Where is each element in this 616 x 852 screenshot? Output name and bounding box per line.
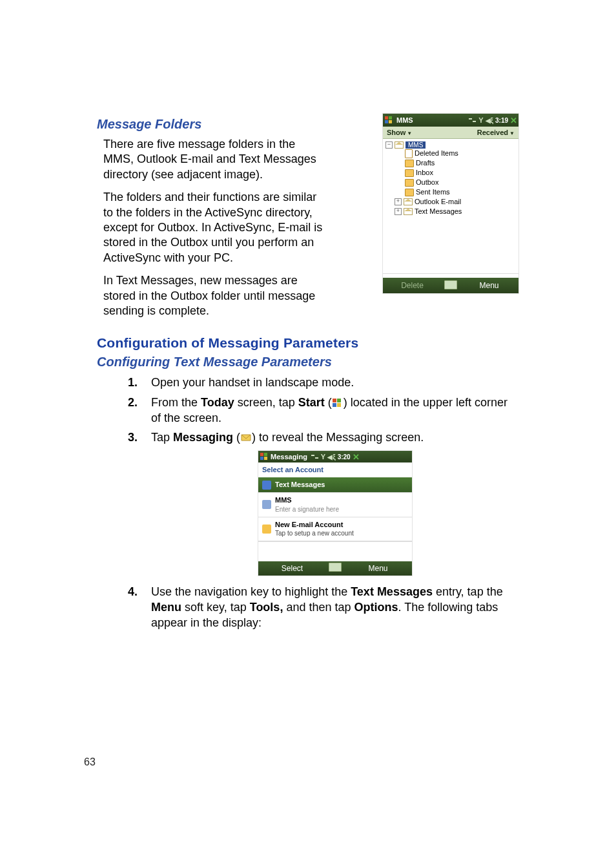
start-icon [332, 398, 344, 408]
page-number: 63 [84, 756, 96, 768]
keyboard-toggle[interactable] [442, 280, 460, 291]
expand-icon[interactable]: + [395, 208, 402, 215]
softkey-menu[interactable]: Menu [460, 281, 518, 290]
folder-sent-items[interactable]: Sent Items [405, 187, 516, 197]
keyboard-icon [329, 563, 342, 572]
step-2: From the Today screen, tap Start () loca… [97, 395, 519, 426]
volume-icon: ◀ξ [327, 453, 335, 462]
messaging-icon [240, 433, 252, 443]
text-messages-icon [262, 481, 271, 490]
tree-root-mms[interactable]: MMS [406, 141, 426, 149]
step-3: Tap Messaging () to reveal the Messaging… [97, 430, 519, 576]
folder-deleted-items[interactable]: Deleted Items [405, 149, 516, 158]
folder-subbar: Show▼ Received▼ [383, 127, 518, 139]
step-text: Open your handset in landscape mode. [151, 376, 354, 389]
window-title: Messaging [271, 452, 307, 462]
svg-rect-7 [337, 403, 341, 407]
mms-folders-screenshot: MMS Y ◀ξ 3:19 ✕ Show▼ Received▼ − MMS De… [382, 113, 519, 294]
svg-rect-3 [389, 120, 392, 123]
account-subtext: Tap to setup a new account [275, 529, 354, 538]
account-label: New E-mail Account Tap to setup a new ac… [275, 520, 354, 538]
close-icon[interactable]: ✕ [510, 116, 517, 125]
step-1: Open your handset in landscape mode. [97, 375, 519, 390]
svg-rect-11 [260, 457, 263, 460]
keyboard-icon [444, 280, 457, 289]
clock: 3:19 [495, 117, 508, 124]
received-dropdown[interactable]: Received▼ [477, 129, 515, 136]
account-text-messages[interactable]: Text Messages [258, 477, 412, 492]
softkey-delete[interactable]: Delete [383, 281, 442, 290]
svg-rect-5 [337, 399, 341, 402]
volume-icon: ◀ξ [486, 117, 493, 124]
status-bar [383, 273, 518, 278]
account-subtext: Enter a signature here [275, 505, 339, 514]
softkey-select[interactable]: Select [258, 563, 326, 574]
step-4: Use the navigation key to highlight the … [97, 584, 519, 631]
svg-rect-10 [264, 453, 267, 456]
numbered-steps: Open your handset in landscape mode. Fro… [97, 375, 519, 630]
mms-root-icon [395, 141, 404, 149]
svg-rect-6 [333, 403, 336, 407]
keyboard-toggle[interactable] [326, 563, 344, 574]
account-mms[interactable]: MMS Enter a signature here [258, 492, 412, 517]
folder-drafts[interactable]: Drafts [405, 158, 516, 168]
show-dropdown[interactable]: Show▼ [387, 129, 412, 136]
close-icon[interactable]: ✕ [353, 452, 360, 463]
soft-key-bar: Delete Menu [383, 278, 518, 293]
account-label: MMS Enter a signature here [275, 495, 339, 514]
new-account-icon [262, 525, 271, 534]
folder-outlook-email[interactable]: +Outlook E-mail [395, 197, 516, 207]
expand-icon[interactable]: + [395, 198, 402, 205]
start-flag-icon [260, 452, 269, 461]
connectivity-icon [311, 453, 319, 460]
body-paragraph: In Text Messages, new messages are store… [97, 273, 323, 318]
svg-rect-4 [333, 399, 336, 402]
wm-title-bar: MMS Y ◀ξ 3:19 ✕ [383, 114, 518, 127]
body-paragraph: The folders and their functions are simi… [97, 190, 323, 265]
heading-configuring-text: Configuring Text Message Parameters [97, 355, 519, 369]
account-label: Text Messages [275, 480, 325, 490]
signal-icon: Y [321, 452, 325, 462]
body-paragraph: There are five message folders in the MM… [97, 137, 323, 182]
wm-title-bar: Messaging Y ◀ξ 3:20 ✕ [258, 451, 412, 462]
select-account-label: Select an Account [258, 462, 412, 477]
envelope-icon [404, 198, 413, 205]
collapse-icon[interactable]: − [385, 141, 393, 149]
folder-outbox[interactable]: Outbox [405, 178, 516, 187]
folder-icon [405, 160, 414, 167]
folder-icon [405, 189, 414, 196]
messaging-accounts-screenshot: Messaging Y ◀ξ 3:20 ✕ Select an Account … [258, 450, 413, 576]
window-title: MMS [396, 116, 413, 124]
connectivity-icon [469, 117, 477, 123]
clock: 3:20 [338, 453, 351, 462]
start-flag-icon [384, 116, 393, 125]
softkey-menu[interactable]: Menu [344, 563, 412, 574]
heading-configuration: Configuration of Messaging Parameters [97, 335, 519, 351]
blank-area [258, 541, 412, 561]
account-new-email[interactable]: New E-mail Account Tap to setup a new ac… [258, 517, 412, 541]
trash-icon [405, 149, 413, 158]
folder-icon [405, 169, 414, 177]
folder-inbox[interactable]: Inbox [405, 168, 516, 178]
svg-rect-9 [260, 453, 263, 456]
svg-rect-0 [385, 116, 388, 119]
svg-rect-2 [385, 120, 388, 123]
envelope-icon [404, 208, 413, 215]
folder-icon [405, 179, 414, 187]
soft-key-bar: Select Menu [258, 561, 412, 576]
folder-text-messages[interactable]: +Text Messages [395, 207, 516, 216]
svg-rect-12 [264, 457, 267, 460]
folder-tree: − MMS Deleted Items Drafts Inbox Outbox … [383, 139, 518, 273]
svg-rect-1 [389, 116, 392, 119]
signal-icon: Y [478, 116, 483, 124]
mms-icon [262, 500, 271, 509]
